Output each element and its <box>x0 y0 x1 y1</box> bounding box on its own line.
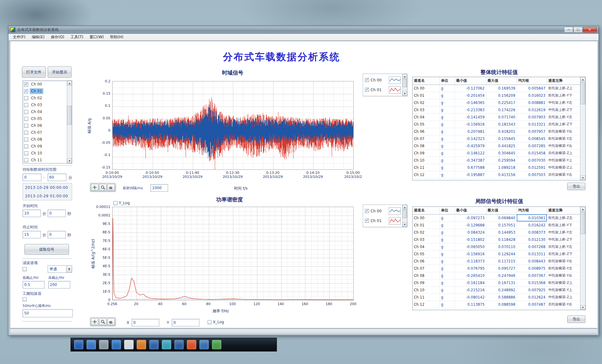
table-cell[interactable]: 0.155645 <box>486 135 517 142</box>
table-cell[interactable]: 0.012619 <box>517 106 547 113</box>
menu-item-0[interactable]: 文件(F) <box>10 34 29 40</box>
table-cell[interactable]: 0.016023 <box>517 92 547 99</box>
channel-checkbox[interactable] <box>24 110 28 114</box>
table-cell[interactable]: 0.007367 <box>517 272 547 279</box>
table-cell[interactable]: 0.012624 <box>517 294 547 301</box>
channel-checkbox[interactable] <box>24 144 28 148</box>
table-header[interactable]: 最小值 <box>455 77 486 85</box>
table-cell[interactable]: 0.008881 <box>517 99 547 106</box>
legend-line-sample[interactable] <box>389 76 401 84</box>
table-cell[interactable]: g <box>440 221 455 229</box>
table-cell[interactable]: 前托架横梁-Y右 <box>547 128 581 135</box>
table-cell[interactable]: Ch 06 <box>413 128 440 135</box>
table-cell[interactable]: 0.207481 <box>455 128 486 135</box>
table-cell[interactable]: Ch 08 <box>413 272 440 279</box>
table-cell[interactable]: Ch 10 <box>413 157 440 164</box>
table-row[interactable]: Ch 01g-0.1296880.1570510.016242前托架上桥-Y下 <box>413 221 581 229</box>
table-cell[interactable]: 0.248992 <box>486 286 517 294</box>
table-cell[interactable]: 1.089218 <box>486 164 517 171</box>
table-cell[interactable]: 中托架上桥-Y左 <box>547 99 581 106</box>
channel-checkbox[interactable] <box>24 96 28 100</box>
refresh-interval-input[interactable] <box>150 184 168 192</box>
channel-scrollbar[interactable]: ▲ ▼ <box>67 81 72 163</box>
table-header[interactable]: 单位 <box>440 207 455 214</box>
table-cell[interactable]: Ch 03 <box>413 236 440 243</box>
table-cell[interactable]: 中托架上桥-Z下 <box>547 236 581 243</box>
table-header[interactable]: 通道名 <box>413 207 440 214</box>
table-cell[interactable]: -0.151802 <box>455 236 486 243</box>
table-cell[interactable]: 前托架横梁-Z上 <box>547 279 581 286</box>
table-cell[interactable]: g <box>440 171 455 178</box>
minimize-button[interactable]: ─ <box>564 27 573 33</box>
table-cell[interactable]: 0.117215 <box>486 257 517 265</box>
table-header[interactable]: 通道注释 <box>547 207 581 214</box>
table-cell[interactable]: 0.084324 <box>455 229 486 236</box>
table-cell[interactable]: g <box>440 157 455 164</box>
legend-line-sample[interactable] <box>389 86 401 94</box>
table-cell[interactable]: 0.677588 <box>455 164 486 171</box>
table-cell[interactable]: 0.005847 <box>517 85 547 92</box>
table-cell[interactable]: 0.181543 <box>486 121 517 128</box>
table-cell[interactable]: -0.129688 <box>455 221 486 229</box>
table-cell[interactable]: 0.070110 <box>486 243 517 250</box>
legend-checkbox[interactable] <box>365 78 369 82</box>
table-cell[interactable]: Ch 09 <box>413 279 440 286</box>
stop-sec-input[interactable] <box>48 231 66 238</box>
table-cell[interactable]: 0.010361 <box>517 214 547 221</box>
taskbar-icon[interactable] <box>74 340 83 349</box>
table-cell[interactable]: g <box>440 128 455 135</box>
start-sec-input[interactable] <box>48 210 66 217</box>
table-cell[interactable]: 0.016242 <box>517 221 547 229</box>
table-cell[interactable]: Ch 03 <box>413 106 440 113</box>
table-cell[interactable]: Ch 00 <box>413 85 440 92</box>
table-cell[interactable]: g <box>440 113 455 121</box>
taskbar-icon[interactable] <box>124 340 134 349</box>
table-cell[interactable]: 0.007503 <box>517 171 547 178</box>
window-titlebar[interactable]: 分布式车载数据分析系统 ─ □ ✕ <box>8 26 599 34</box>
table-cell[interactable]: -0.195887 <box>455 171 486 178</box>
table-cell[interactable]: g <box>440 149 455 157</box>
pan-tool-icon[interactable] <box>107 184 115 191</box>
channel-checkbox[interactable] <box>24 138 28 142</box>
table-cell[interactable]: 0.095727 <box>486 265 517 272</box>
channel-checkbox[interactable] <box>24 117 28 121</box>
table-cell[interactable]: -0.265410 <box>455 272 486 279</box>
table-cell[interactable]: 中托架横梁-Z上 <box>547 164 581 171</box>
time-domain-plot[interactable] <box>112 81 354 170</box>
table-cell[interactable]: g <box>440 265 455 272</box>
table-cell[interactable]: 0.007268 <box>517 243 547 250</box>
table-cell[interactable]: 0.071740 <box>486 113 517 121</box>
table-row[interactable]: Ch 04g-0.0650500.0701100.007268后托架上桥-Y左 <box>413 243 581 250</box>
channel-item[interactable]: Ch 02 <box>23 95 67 101</box>
table-cell[interactable]: 0.007487 <box>517 301 547 308</box>
range-from-input[interactable] <box>23 174 41 181</box>
scroll-thumb[interactable] <box>67 106 72 125</box>
cursor-x-input[interactable] <box>132 319 159 326</box>
table-cell[interactable]: -0.156916 <box>455 250 486 257</box>
table-row[interactable]: Ch 00g-0.1270620.1695390.005847前托架上桥-Z上 <box>413 85 581 92</box>
channel-checkbox[interactable] <box>24 89 28 93</box>
table-cell[interactable]: g <box>440 99 455 106</box>
taskbar-icon[interactable] <box>174 340 184 349</box>
table-cell[interactable]: Ch 02 <box>413 229 440 236</box>
extract-signal-button[interactable]: 提取信号 <box>24 244 69 255</box>
table-cell[interactable]: 0.069840 <box>486 214 517 221</box>
crosshair-tool-icon[interactable] <box>91 318 98 325</box>
table-cell[interactable]: 0.225417 <box>486 99 517 106</box>
table-cell[interactable]: g <box>440 286 455 294</box>
table-cell[interactable]: 前托架上桥-Z上 <box>547 85 581 92</box>
table-cell[interactable]: 后托架上桥-Z下 <box>547 121 581 128</box>
menu-item-2[interactable]: 操作(O) <box>48 34 67 40</box>
table-cell[interactable]: g <box>440 135 455 142</box>
table-row[interactable]: Ch 01g-0.2014540.1562090.016023前托架上桥-Y下 <box>413 92 581 99</box>
table-cell[interactable]: -0.215216 <box>455 286 486 294</box>
table-row[interactable]: Ch 07g-0.1423230.1556450.008545前托架横梁-Y左 <box>413 135 581 142</box>
table-header[interactable]: 单位 <box>440 77 455 85</box>
channel-checkbox[interactable] <box>24 151 28 155</box>
table-cell[interactable]: 中托架横梁-Z上 <box>547 294 581 301</box>
table-cell[interactable]: 后托架上桥-Z下 <box>547 250 581 257</box>
table-cell[interactable]: Ch 12 <box>413 171 440 178</box>
channel-checkbox[interactable] <box>24 131 28 135</box>
table-row[interactable]: Ch 03g-0.1518020.1184280.012130中托架上桥-Z下 <box>413 236 581 243</box>
taskbar-icon[interactable] <box>112 340 121 349</box>
